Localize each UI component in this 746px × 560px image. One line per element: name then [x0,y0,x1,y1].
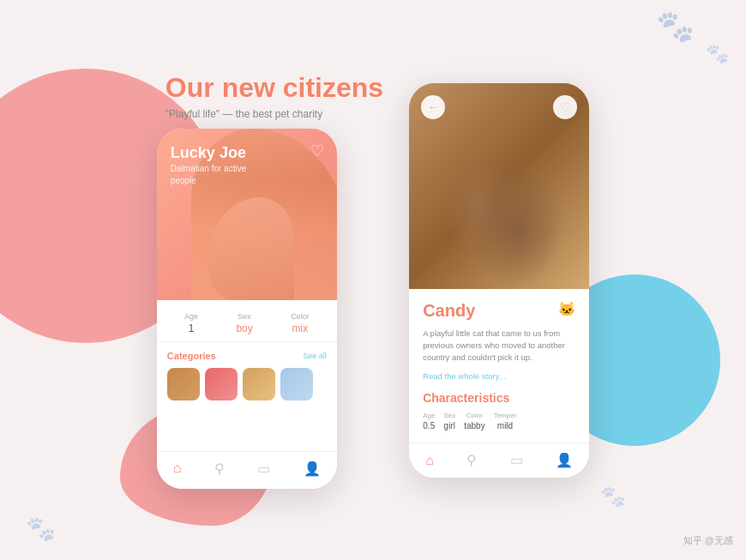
phone2-pet-header: Candy 🐱 [423,301,575,321]
nav-search-icon[interactable]: ⚲ [214,461,225,477]
phone2-nav: ⌂ ⚲ ▭ 👤 [409,443,589,477]
stat-age: Age 1 [184,312,198,334]
phone1-hero: Lucky Joe Dalmatian for active people ♡ [157,129,337,300]
nav-profile-icon[interactable]: 👤 [304,461,321,477]
phone2-content: Candy 🐱 A playful little cat that came t… [409,289,589,443]
stat-age-label: Age [184,312,198,321]
heading-area: Our new citizens "Playful life" — the be… [157,71,383,119]
nav2-home-icon[interactable]: ⌂ [425,453,434,468]
stat-color: Color mix [291,312,310,334]
nav-wallet-icon[interactable]: ▭ [257,461,270,477]
stat-color-label: Color [291,312,310,321]
categories-header: Categories See all [167,351,327,361]
stat-sex-value: boy [236,322,252,334]
char-sex-label: Sex [443,412,455,419]
char-age: Age 0.5 [423,412,435,431]
nav2-search-icon[interactable]: ⚲ [466,452,477,468]
nav2-profile-icon[interactable]: 👤 [556,452,573,468]
back-button[interactable]: ← [421,95,445,119]
main-title: Our new citizens [165,71,383,104]
phone-2: ← ♡ Candy 🐱 A playful little cat that ca… [409,83,589,478]
pet-type-icon: 🐱 [558,301,575,317]
char-color: Color tabby [464,412,484,431]
phone1-nav: ⌂ ⚲ ▭ 👤 [157,451,337,489]
subtitle: "Playful life" — the best pet charity [165,108,383,120]
char-age-label: Age [423,412,435,419]
char-color-label: Color [464,412,484,419]
char-temper-value: mild [494,421,517,431]
char-age-value: 0.5 [423,421,435,431]
nav-home-icon[interactable]: ⌂ [173,461,182,476]
main-content: Our new citizens "Playful life" — the be… [0,0,746,560]
nav2-wallet-icon[interactable]: ▭ [510,452,523,468]
categories-title: Categories [167,351,216,361]
char-stats: Age 0.5 Sex girl Color tabby Temper mild [423,412,575,431]
stat-color-value: mix [291,322,310,334]
phone2-description: A playful little cat that came to us fro… [423,328,575,364]
phone1-pet-name: Lucky Joe [171,144,246,162]
phone-1: Lucky Joe Dalmatian for active people ♡ … [157,129,337,489]
stat-sex: Sex boy [236,312,252,334]
char-sex: Sex girl [443,412,455,431]
cat-thumb-4[interactable] [280,368,313,400]
heart-icon: ♡ [560,100,571,114]
phone1-stats: Age 1 Sex boy Color mix [157,300,337,342]
phone2-hero: ← ♡ [409,83,589,289]
char-temper: Temper mild [494,412,517,431]
phone1-pet-desc: Dalmatian for active people [171,163,256,187]
phone2-pet-name: Candy [423,301,475,321]
category-thumbs [167,368,327,400]
read-more-link[interactable]: Read the whole story... [423,371,505,381]
characteristics-title: Characteristics [423,391,575,405]
char-sex-value: girl [443,421,455,431]
char-color-value: tabby [464,421,484,431]
phone2-top-bar: ← ♡ [421,95,577,119]
phone2-heart-button[interactable]: ♡ [553,95,577,119]
stat-age-value: 1 [184,322,198,334]
char-temper-label: Temper [494,412,517,419]
cat-thumb-2[interactable] [205,368,238,400]
watermark: 知乎 @无感 [683,534,733,547]
cat-thumb-3[interactable] [243,368,275,400]
stat-sex-label: Sex [236,312,252,321]
phone1-categories: Categories See all [157,342,337,409]
phone1-heart-icon[interactable]: ♡ [310,142,324,160]
back-arrow-icon: ← [428,101,438,113]
see-all-link[interactable]: See all [303,352,327,360]
cat-thumb-1[interactable] [167,368,200,400]
left-section: Our new citizens "Playful life" — the be… [157,71,383,488]
